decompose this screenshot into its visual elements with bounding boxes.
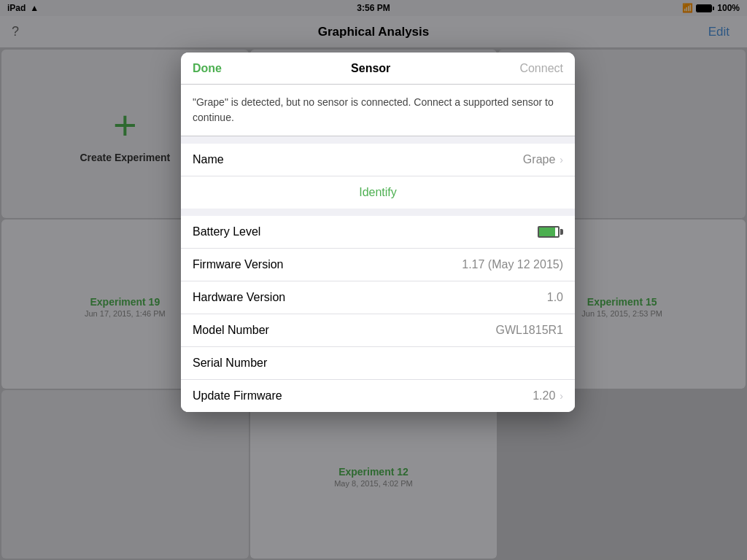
modal-row-firmware: Firmware Version 1.17 (May 12 2015) (181, 249, 575, 281)
serial-label: Serial Number (193, 357, 267, 370)
modal-section-1: Name Grape › Identify (181, 144, 575, 209)
update-chevron: › (560, 390, 563, 402)
firmware-label: Firmware Version (193, 258, 283, 271)
battery-indicator (538, 226, 563, 238)
identify-row[interactable]: Identify (181, 176, 575, 209)
firmware-value: 1.17 (May 12 2015) (462, 258, 563, 271)
battery-tip (560, 229, 563, 235)
model-label: Model Number (193, 324, 269, 337)
modal-row-name[interactable]: Name Grape › (181, 144, 575, 176)
battery-body (538, 226, 560, 238)
model-value: GWL1815R1 (496, 324, 564, 337)
modal-connect-button[interactable]: Connect (519, 62, 563, 75)
name-label: Name (193, 153, 224, 166)
battery-fill (539, 228, 555, 236)
update-value: 1.20 › (533, 389, 563, 402)
modal-row-battery: Battery Level (181, 216, 575, 249)
hardware-label: Hardware Version (193, 291, 285, 304)
modal-title: Sensor (351, 62, 390, 75)
sensor-modal: Done Sensor Connect "Grape" is detected,… (181, 52, 575, 412)
modal-section-2: Battery Level Firmware Version 1.17 (May… (181, 216, 575, 412)
battery-label-row: Battery Level (193, 225, 260, 238)
modal-header: Done Sensor Connect (181, 52, 575, 85)
name-value: Grape › (523, 153, 563, 166)
update-label: Update Firmware (193, 389, 282, 402)
modal-done-button[interactable]: Done (193, 62, 222, 75)
modal-row-update[interactable]: Update Firmware 1.20 › (181, 380, 575, 412)
modal-row-hardware: Hardware Version 1.0 (181, 281, 575, 314)
modal-row-serial: Serial Number (181, 347, 575, 380)
identify-label: Identify (359, 186, 397, 199)
modal-alert-text: "Grape" is detected, but no sensor is co… (181, 85, 575, 136)
hardware-value: 1.0 (547, 291, 563, 304)
modal-row-model: Model Number GWL1815R1 (181, 314, 575, 347)
name-chevron: › (560, 154, 563, 166)
